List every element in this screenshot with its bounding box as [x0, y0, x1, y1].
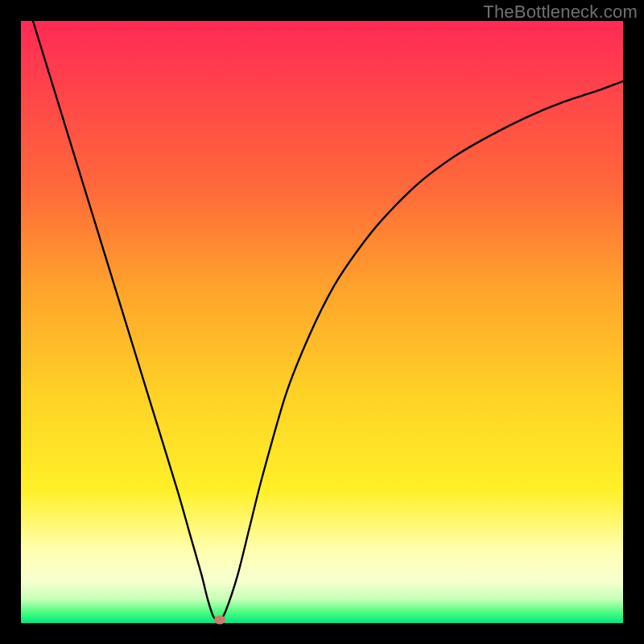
bottleneck-curve — [33, 21, 623, 621]
plot-area — [21, 21, 623, 623]
chart-container: TheBottleneck.com — [0, 0, 644, 644]
watermark-text: TheBottleneck.com — [483, 2, 638, 23]
minimum-marker — [214, 616, 225, 625]
curve-svg — [21, 21, 623, 623]
